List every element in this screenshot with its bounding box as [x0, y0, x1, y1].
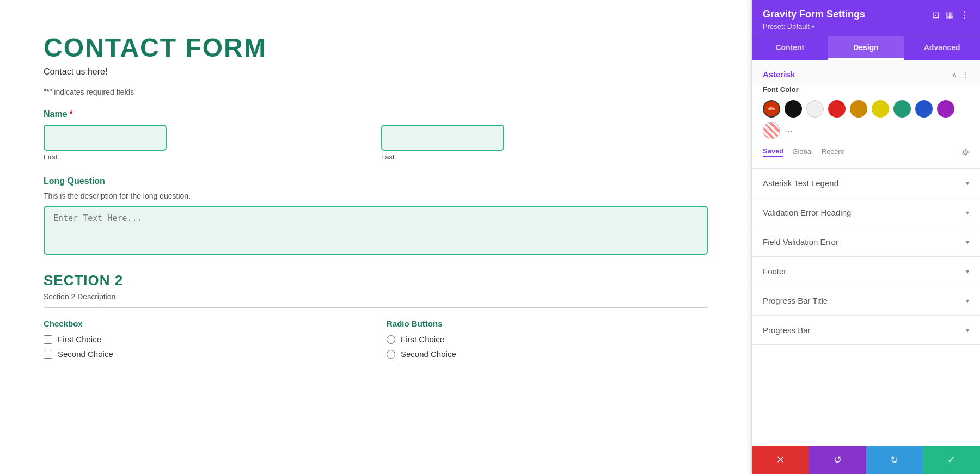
checkbox-1[interactable] — [44, 335, 52, 344]
progress-bar-title-chevron: ▾ — [966, 297, 969, 305]
panel-preset[interactable]: Preset: Default ▾ — [763, 22, 865, 30]
radio-label: Radio Buttons — [387, 319, 708, 328]
footer-header[interactable]: Footer ▾ — [752, 257, 980, 286]
grid-icon[interactable]: ▦ — [946, 10, 954, 20]
validation-error-heading-chevron: ▾ — [966, 209, 969, 217]
color-swatch-white[interactable] — [806, 100, 824, 118]
asterisk-section: Asterisk ∧ ⋮ Font Color ✏ — [752, 60, 980, 169]
progress-bar-title-title: Progress Bar Title — [763, 296, 828, 305]
more-colors-icon[interactable]: ··· — [785, 125, 793, 137]
screen-icon[interactable]: ⊡ — [932, 10, 939, 20]
color-swatch-teal[interactable] — [893, 100, 911, 118]
progress-bar-title-label: Progress Bar — [763, 325, 811, 335]
radio-item-2: Second Choice — [387, 349, 708, 359]
section2-desc: Section 2 Description — [44, 292, 708, 301]
asterisk-text-legend-title: Asterisk Text Legend — [763, 178, 838, 188]
color-swatch-orange[interactable] — [850, 100, 867, 118]
checkbox-label: Checkbox — [44, 319, 365, 328]
validation-error-heading-header[interactable]: Validation Error Heading ▾ — [752, 198, 980, 227]
footer-chevron: ▾ — [966, 268, 969, 275]
panel-header-actions: ⊡ ▦ ⋮ — [932, 10, 969, 20]
field-validation-error-header[interactable]: Field Validation Error ▾ — [752, 227, 980, 256]
more-options-icon[interactable]: ⋮ — [960, 10, 969, 20]
asterisk-section-title: Asterisk — [763, 70, 795, 79]
action-bar: ✕ ↺ ↻ ✓ — [752, 446, 980, 474]
color-swatch-purple[interactable] — [937, 100, 954, 118]
name-fields: First Last — [44, 125, 708, 161]
form-title: CONTACT FORM — [44, 33, 708, 63]
field-validation-error-chevron: ▾ — [966, 238, 969, 246]
color-swatches: ✏ ··· — [763, 100, 969, 139]
tab-design[interactable]: Design — [828, 36, 904, 60]
color-tabs: Saved Global Recent ⚙ — [763, 147, 969, 157]
asterisk-header[interactable]: Asterisk ∧ ⋮ — [752, 60, 980, 85]
first-name-sublabel: First — [44, 153, 370, 161]
asterisk-text-legend-header[interactable]: Asterisk Text Legend ▾ — [752, 169, 980, 198]
footer-title: Footer — [763, 267, 786, 276]
settings-panel: Gravity Form Settings Preset: Default ▾ … — [751, 0, 980, 474]
radio-item-1: First Choice — [387, 335, 708, 344]
asterisk-text-legend-chevron: ▾ — [966, 180, 969, 187]
tab-advanced[interactable]: Advanced — [904, 36, 980, 60]
checkbox-col: Checkbox First Choice Second Choice — [44, 319, 365, 364]
panel-title-group: Gravity Form Settings Preset: Default ▾ — [763, 9, 865, 36]
save-button[interactable]: ✓ — [923, 446, 980, 474]
color-swatch-red[interactable] — [828, 100, 846, 118]
last-name-sublabel: Last — [381, 153, 708, 161]
name-label: Name* — [44, 109, 708, 119]
color-tab-saved[interactable]: Saved — [763, 147, 783, 157]
form-preview: CONTACT FORM Contact us here! "*" indica… — [0, 0, 751, 474]
color-picker-swatch[interactable]: ✏ — [763, 100, 780, 118]
first-name-input[interactable] — [44, 125, 167, 151]
color-settings-icon[interactable]: ⚙ — [961, 147, 969, 157]
asterisk-text-legend-section: Asterisk Text Legend ▾ — [752, 169, 980, 198]
progress-bar-header[interactable]: Progress Bar ▾ — [752, 316, 980, 344]
color-tab-global[interactable]: Global — [792, 147, 813, 157]
long-question-desc: This is the description for the long que… — [44, 192, 708, 200]
checkbox-item-2: Second Choice — [44, 349, 365, 359]
long-question-textarea[interactable] — [44, 206, 708, 255]
undo-button[interactable]: ↺ — [809, 446, 866, 474]
eyedropper-icon: ✏ — [768, 104, 775, 114]
tab-content[interactable]: Content — [752, 36, 828, 60]
form-subtitle: Contact us here! — [44, 67, 708, 77]
radio-2[interactable] — [387, 350, 395, 359]
progress-bar-section: Progress Bar ▾ — [752, 316, 980, 345]
field-validation-error-section: Field Validation Error ▾ — [752, 227, 980, 257]
progress-bar-chevron: ▾ — [966, 327, 969, 334]
required-asterisk: * — [70, 109, 73, 119]
color-swatch-yellow[interactable] — [872, 100, 889, 118]
font-color-label: Font Color — [763, 85, 969, 94]
color-swatch-none[interactable] — [763, 122, 780, 139]
first-name-wrap: First — [44, 125, 370, 161]
panel-body: Asterisk ∧ ⋮ Font Color ✏ — [752, 60, 980, 446]
panel-header: Gravity Form Settings Preset: Default ▾ … — [752, 0, 980, 36]
radio-col: Radio Buttons First Choice Second Choice — [387, 319, 708, 364]
validation-error-heading-section: Validation Error Heading ▾ — [752, 198, 980, 227]
radio-1[interactable] — [387, 335, 395, 344]
cancel-button[interactable]: ✕ — [752, 446, 809, 474]
validation-error-heading-title: Validation Error Heading — [763, 208, 851, 217]
section2-title: SECTION 2 — [44, 272, 708, 289]
panel-header-top: Gravity Form Settings Preset: Default ▾ … — [763, 9, 969, 36]
progress-bar-title-section: Progress Bar Title ▾ — [752, 286, 980, 316]
section-divider — [44, 307, 708, 308]
long-question-label: Long Question — [44, 176, 708, 186]
panel-title: Gravity Form Settings — [763, 9, 865, 20]
progress-bar-title-header[interactable]: Progress Bar Title ▾ — [752, 286, 980, 315]
color-swatch-black[interactable] — [785, 100, 802, 118]
checkbox-2[interactable] — [44, 350, 52, 359]
checkbox-item-1: First Choice — [44, 335, 365, 344]
field-validation-error-title: Field Validation Error — [763, 237, 838, 247]
asterisk-body: Font Color ✏ ··· — [752, 85, 980, 168]
color-swatch-blue[interactable] — [915, 100, 933, 118]
color-tab-recent[interactable]: Recent — [822, 147, 844, 157]
preset-arrow-icon: ▾ — [812, 23, 814, 29]
last-name-input[interactable] — [381, 125, 504, 151]
required-note: "*" indicates required fields — [44, 88, 708, 96]
redo-button[interactable]: ↻ — [866, 446, 923, 474]
asterisk-icons: ∧ ⋮ — [952, 70, 969, 79]
tabs: Content Design Advanced — [752, 36, 980, 60]
asterisk-more-icon[interactable]: ⋮ — [961, 70, 969, 79]
asterisk-collapse-icon[interactable]: ∧ — [952, 70, 957, 79]
